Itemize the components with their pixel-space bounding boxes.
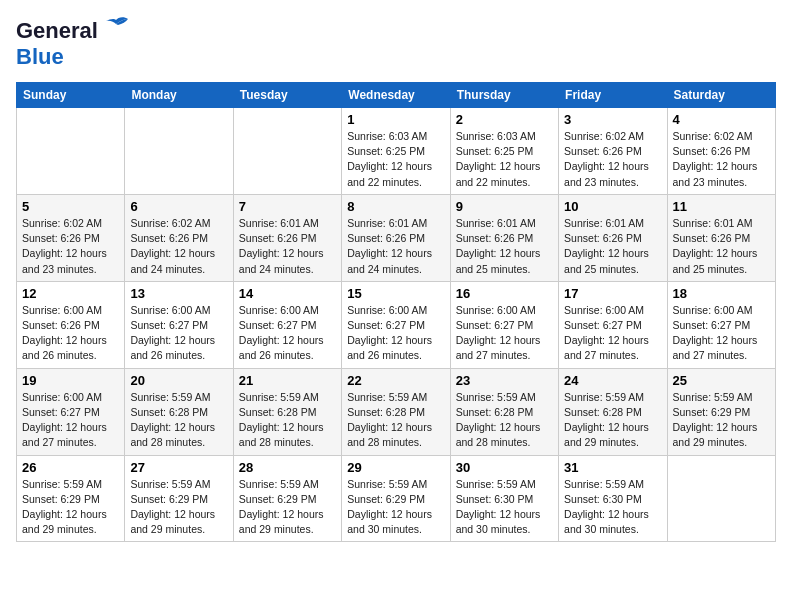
- day-number: 28: [239, 460, 336, 475]
- calendar-week-row: 1Sunrise: 6:03 AM Sunset: 6:25 PM Daylig…: [17, 108, 776, 195]
- page-header: General Blue: [16, 16, 776, 70]
- day-header-friday: Friday: [559, 83, 667, 108]
- day-header-thursday: Thursday: [450, 83, 558, 108]
- day-number: 11: [673, 199, 770, 214]
- day-number: 12: [22, 286, 119, 301]
- calendar-day-25: 25Sunrise: 5:59 AM Sunset: 6:29 PM Dayli…: [667, 368, 775, 455]
- calendar-week-row: 5Sunrise: 6:02 AM Sunset: 6:26 PM Daylig…: [17, 194, 776, 281]
- calendar-day-22: 22Sunrise: 5:59 AM Sunset: 6:28 PM Dayli…: [342, 368, 450, 455]
- day-info-text: Sunrise: 6:03 AM Sunset: 6:25 PM Dayligh…: [456, 129, 553, 190]
- calendar-day-20: 20Sunrise: 5:59 AM Sunset: 6:28 PM Dayli…: [125, 368, 233, 455]
- day-number: 23: [456, 373, 553, 388]
- day-info-text: Sunrise: 6:00 AM Sunset: 6:27 PM Dayligh…: [347, 303, 444, 364]
- day-info-text: Sunrise: 5:59 AM Sunset: 6:28 PM Dayligh…: [239, 390, 336, 451]
- calendar-empty-cell: [125, 108, 233, 195]
- calendar-day-30: 30Sunrise: 5:59 AM Sunset: 6:30 PM Dayli…: [450, 455, 558, 542]
- day-info-text: Sunrise: 5:59 AM Sunset: 6:29 PM Dayligh…: [673, 390, 770, 451]
- calendar-week-row: 26Sunrise: 5:59 AM Sunset: 6:29 PM Dayli…: [17, 455, 776, 542]
- day-number: 17: [564, 286, 661, 301]
- day-header-wednesday: Wednesday: [342, 83, 450, 108]
- calendar-day-4: 4Sunrise: 6:02 AM Sunset: 6:26 PM Daylig…: [667, 108, 775, 195]
- day-info-text: Sunrise: 6:00 AM Sunset: 6:27 PM Dayligh…: [239, 303, 336, 364]
- day-header-sunday: Sunday: [17, 83, 125, 108]
- calendar-day-27: 27Sunrise: 5:59 AM Sunset: 6:29 PM Dayli…: [125, 455, 233, 542]
- calendar-table: SundayMondayTuesdayWednesdayThursdayFrid…: [16, 82, 776, 542]
- calendar-day-18: 18Sunrise: 6:00 AM Sunset: 6:27 PM Dayli…: [667, 281, 775, 368]
- calendar-day-24: 24Sunrise: 5:59 AM Sunset: 6:28 PM Dayli…: [559, 368, 667, 455]
- day-info-text: Sunrise: 5:59 AM Sunset: 6:29 PM Dayligh…: [130, 477, 227, 538]
- calendar-empty-cell: [667, 455, 775, 542]
- calendar-day-11: 11Sunrise: 6:01 AM Sunset: 6:26 PM Dayli…: [667, 194, 775, 281]
- day-number: 16: [456, 286, 553, 301]
- calendar-empty-cell: [17, 108, 125, 195]
- calendar-week-row: 12Sunrise: 6:00 AM Sunset: 6:26 PM Dayli…: [17, 281, 776, 368]
- day-number: 1: [347, 112, 444, 127]
- day-number: 18: [673, 286, 770, 301]
- day-number: 8: [347, 199, 444, 214]
- day-info-text: Sunrise: 6:01 AM Sunset: 6:26 PM Dayligh…: [673, 216, 770, 277]
- calendar-day-14: 14Sunrise: 6:00 AM Sunset: 6:27 PM Dayli…: [233, 281, 341, 368]
- day-info-text: Sunrise: 6:02 AM Sunset: 6:26 PM Dayligh…: [22, 216, 119, 277]
- day-number: 9: [456, 199, 553, 214]
- calendar-day-28: 28Sunrise: 5:59 AM Sunset: 6:29 PM Dayli…: [233, 455, 341, 542]
- day-info-text: Sunrise: 5:59 AM Sunset: 6:28 PM Dayligh…: [347, 390, 444, 451]
- calendar-day-16: 16Sunrise: 6:00 AM Sunset: 6:27 PM Dayli…: [450, 281, 558, 368]
- day-number: 31: [564, 460, 661, 475]
- day-info-text: Sunrise: 5:59 AM Sunset: 6:30 PM Dayligh…: [564, 477, 661, 538]
- calendar-day-10: 10Sunrise: 6:01 AM Sunset: 6:26 PM Dayli…: [559, 194, 667, 281]
- day-number: 6: [130, 199, 227, 214]
- day-number: 22: [347, 373, 444, 388]
- calendar-day-12: 12Sunrise: 6:00 AM Sunset: 6:26 PM Dayli…: [17, 281, 125, 368]
- logo-text-general: General: [16, 18, 98, 43]
- day-info-text: Sunrise: 6:00 AM Sunset: 6:27 PM Dayligh…: [564, 303, 661, 364]
- calendar-day-6: 6Sunrise: 6:02 AM Sunset: 6:26 PM Daylig…: [125, 194, 233, 281]
- calendar-day-31: 31Sunrise: 5:59 AM Sunset: 6:30 PM Dayli…: [559, 455, 667, 542]
- day-number: 19: [22, 373, 119, 388]
- day-info-text: Sunrise: 6:00 AM Sunset: 6:27 PM Dayligh…: [673, 303, 770, 364]
- day-number: 10: [564, 199, 661, 214]
- day-number: 13: [130, 286, 227, 301]
- day-info-text: Sunrise: 6:00 AM Sunset: 6:27 PM Dayligh…: [130, 303, 227, 364]
- day-number: 24: [564, 373, 661, 388]
- calendar-day-26: 26Sunrise: 5:59 AM Sunset: 6:29 PM Dayli…: [17, 455, 125, 542]
- day-number: 4: [673, 112, 770, 127]
- day-number: 5: [22, 199, 119, 214]
- day-number: 2: [456, 112, 553, 127]
- day-number: 26: [22, 460, 119, 475]
- day-info-text: Sunrise: 6:00 AM Sunset: 6:26 PM Dayligh…: [22, 303, 119, 364]
- day-info-text: Sunrise: 5:59 AM Sunset: 6:30 PM Dayligh…: [456, 477, 553, 538]
- calendar-day-5: 5Sunrise: 6:02 AM Sunset: 6:26 PM Daylig…: [17, 194, 125, 281]
- day-info-text: Sunrise: 6:01 AM Sunset: 6:26 PM Dayligh…: [564, 216, 661, 277]
- day-info-text: Sunrise: 6:01 AM Sunset: 6:26 PM Dayligh…: [456, 216, 553, 277]
- day-number: 27: [130, 460, 227, 475]
- day-info-text: Sunrise: 6:02 AM Sunset: 6:26 PM Dayligh…: [673, 129, 770, 190]
- day-number: 30: [456, 460, 553, 475]
- logo: General Blue: [16, 16, 130, 70]
- calendar-day-23: 23Sunrise: 5:59 AM Sunset: 6:28 PM Dayli…: [450, 368, 558, 455]
- day-info-text: Sunrise: 5:59 AM Sunset: 6:28 PM Dayligh…: [456, 390, 553, 451]
- day-info-text: Sunrise: 5:59 AM Sunset: 6:29 PM Dayligh…: [347, 477, 444, 538]
- day-header-tuesday: Tuesday: [233, 83, 341, 108]
- day-info-text: Sunrise: 6:01 AM Sunset: 6:26 PM Dayligh…: [347, 216, 444, 277]
- calendar-day-1: 1Sunrise: 6:03 AM Sunset: 6:25 PM Daylig…: [342, 108, 450, 195]
- calendar-day-21: 21Sunrise: 5:59 AM Sunset: 6:28 PM Dayli…: [233, 368, 341, 455]
- day-info-text: Sunrise: 6:01 AM Sunset: 6:26 PM Dayligh…: [239, 216, 336, 277]
- calendar-day-8: 8Sunrise: 6:01 AM Sunset: 6:26 PM Daylig…: [342, 194, 450, 281]
- day-number: 25: [673, 373, 770, 388]
- calendar-day-15: 15Sunrise: 6:00 AM Sunset: 6:27 PM Dayli…: [342, 281, 450, 368]
- calendar-day-3: 3Sunrise: 6:02 AM Sunset: 6:26 PM Daylig…: [559, 108, 667, 195]
- day-info-text: Sunrise: 5:59 AM Sunset: 6:28 PM Dayligh…: [130, 390, 227, 451]
- calendar-day-13: 13Sunrise: 6:00 AM Sunset: 6:27 PM Dayli…: [125, 281, 233, 368]
- day-header-monday: Monday: [125, 83, 233, 108]
- calendar-day-2: 2Sunrise: 6:03 AM Sunset: 6:25 PM Daylig…: [450, 108, 558, 195]
- day-number: 7: [239, 199, 336, 214]
- day-info-text: Sunrise: 6:00 AM Sunset: 6:27 PM Dayligh…: [456, 303, 553, 364]
- day-info-text: Sunrise: 6:02 AM Sunset: 6:26 PM Dayligh…: [130, 216, 227, 277]
- calendar-day-19: 19Sunrise: 6:00 AM Sunset: 6:27 PM Dayli…: [17, 368, 125, 455]
- day-number: 29: [347, 460, 444, 475]
- day-info-text: Sunrise: 5:59 AM Sunset: 6:28 PM Dayligh…: [564, 390, 661, 451]
- calendar-day-7: 7Sunrise: 6:01 AM Sunset: 6:26 PM Daylig…: [233, 194, 341, 281]
- calendar-empty-cell: [233, 108, 341, 195]
- day-header-saturday: Saturday: [667, 83, 775, 108]
- day-number: 20: [130, 373, 227, 388]
